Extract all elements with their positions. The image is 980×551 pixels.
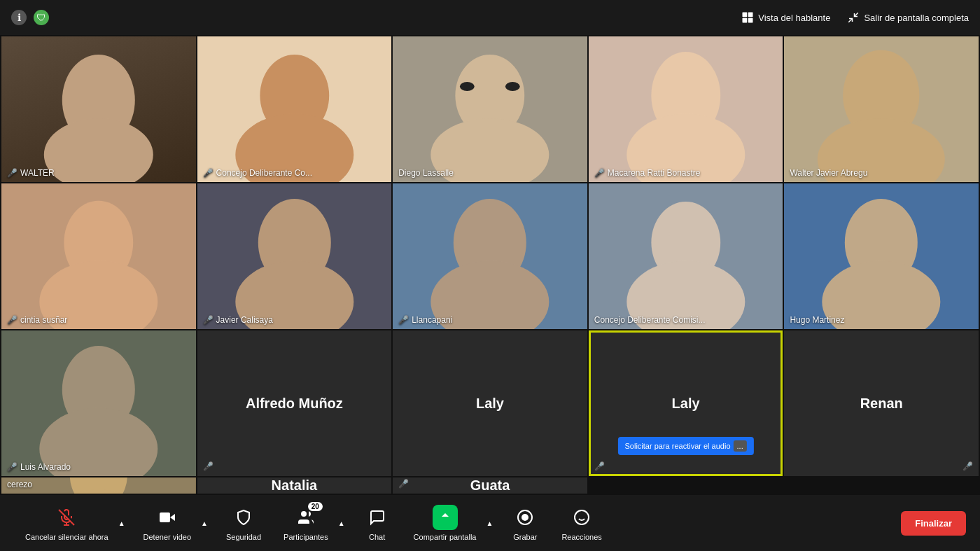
video-icon bbox=[159, 509, 176, 526]
name-javier: 🎤 Javier Calisaya bbox=[203, 315, 273, 325]
participants-icon-wrap: 20 bbox=[293, 505, 318, 530]
chat-icon bbox=[369, 509, 386, 526]
svg-line-5 bbox=[855, 13, 858, 16]
security-icon bbox=[235, 509, 252, 526]
tile-macarena[interactable]: 🎤 Macarena Ratti Bonastre bbox=[589, 36, 783, 182]
tile-cerezo[interactable]: cerezo bbox=[1, 477, 196, 494]
name-alfredo: Alfredo Muñoz bbox=[246, 396, 343, 412]
share-screen-icon bbox=[437, 509, 454, 526]
mic-icon-alfredo: 🎤 bbox=[203, 459, 214, 472]
share-screen-label: Compartir pantalla bbox=[414, 533, 477, 541]
share-screen-button[interactable]: Compartir pantalla bbox=[407, 505, 484, 541]
svg-line-4 bbox=[849, 19, 853, 22]
participants-group: 20 Participantes ▲ bbox=[276, 505, 348, 541]
chat-button[interactable]: Chat bbox=[356, 505, 398, 541]
speaker-view-button[interactable]: Vista del hablante bbox=[741, 11, 830, 24]
tile-renan[interactable]: Renan 🎤 bbox=[784, 330, 979, 476]
mic-icon-laly2: 🎤 bbox=[594, 459, 605, 472]
tile-wjavier[interactable]: Walter Javier Abregu bbox=[784, 36, 979, 182]
security-group: Seguridad bbox=[219, 505, 268, 541]
record-icon-wrap bbox=[512, 505, 538, 530]
exit-fullscreen-label: Salir de pantalla completa bbox=[864, 13, 969, 23]
tile-concejo2[interactable]: Concejo Deliberante Comisi... bbox=[589, 183, 783, 329]
tile-luis[interactable]: 🎤 Luis Alvarado bbox=[1, 330, 196, 476]
participants-icon bbox=[298, 509, 314, 526]
name-concejo2: Concejo Deliberante Comisi... bbox=[594, 315, 706, 325]
name-guata: Guata bbox=[470, 477, 510, 494]
exit-fullscreen-button[interactable]: Salir de pantalla completa bbox=[847, 11, 969, 24]
svg-rect-0 bbox=[743, 13, 748, 18]
name-laly1: Laly bbox=[476, 396, 504, 412]
name-hugo: Hugo Martinez bbox=[790, 315, 844, 325]
video-bg-diego bbox=[393, 36, 587, 182]
record-icon bbox=[517, 509, 533, 526]
tile-concejo[interactable]: 🎤 Concejo Deliberante Co... bbox=[197, 36, 392, 182]
mute-button[interactable]: Cancelar silenciar ahora bbox=[18, 505, 115, 541]
reactions-label: Reacciones bbox=[561, 533, 601, 541]
tile-javier[interactable]: 🎤 Javier Calisaya bbox=[197, 183, 392, 329]
svg-point-7 bbox=[44, 118, 153, 182]
svg-point-15 bbox=[505, 82, 520, 91]
video-group: Detener video ▲ bbox=[136, 505, 211, 541]
name-luis: 🎤 Luis Alvarado bbox=[7, 462, 71, 472]
tile-hugo[interactable]: Hugo Martinez bbox=[784, 183, 979, 329]
video-bg-hugo bbox=[784, 183, 979, 329]
tile-laly1[interactable]: Laly bbox=[393, 330, 587, 476]
name-concejo: 🎤 Concejo Deliberante Co... bbox=[203, 168, 312, 178]
video-icon-wrap bbox=[155, 505, 180, 530]
security-button[interactable]: Seguridad bbox=[219, 505, 268, 541]
mic-muted-javier: 🎤 bbox=[203, 315, 214, 325]
svg-rect-3 bbox=[748, 18, 753, 23]
video-chevron[interactable]: ▲ bbox=[198, 519, 211, 527]
mic-muted-walter: 🎤 bbox=[7, 168, 18, 178]
tile-llanca[interactable]: 🎤 Llancapani bbox=[393, 183, 587, 329]
mute-group: Cancelar silenciar ahora ▲ bbox=[18, 505, 128, 541]
tile-cintia[interactable]: 🎤 cintia susñar bbox=[1, 183, 196, 329]
name-diego: Diego Lassalle bbox=[398, 168, 454, 178]
mic-icon-guata: 🎤 bbox=[398, 477, 409, 489]
tile-alfredo[interactable]: Alfredo Muñoz 🎤 bbox=[197, 330, 392, 476]
mic-icon-renan: 🎤 bbox=[962, 459, 973, 472]
video-bg-walter bbox=[1, 36, 196, 182]
tile-walter[interactable]: 🎤 WALTER bbox=[1, 36, 196, 182]
chat-group: Chat bbox=[356, 505, 398, 541]
tile-laly2[interactable]: Laly Solicitar para reactivar el audio .… bbox=[589, 330, 783, 476]
video-bg-macarena bbox=[589, 36, 783, 182]
record-label: Grabar bbox=[513, 533, 537, 541]
mic-muted-cintia: 🎤 bbox=[7, 315, 18, 325]
mic-off-icon bbox=[58, 509, 75, 526]
mic-muted-concejo: 🎤 bbox=[203, 168, 214, 178]
top-bar: ℹ 🛡 Vista del hablante Salir de pantalla… bbox=[0, 0, 980, 35]
svg-marker-46 bbox=[170, 514, 175, 521]
shield-icon[interactable]: 🛡 bbox=[34, 10, 49, 25]
video-bg-concejo bbox=[197, 36, 392, 182]
mute-chevron[interactable]: ▲ bbox=[115, 519, 128, 527]
share-screen-chevron[interactable]: ▲ bbox=[483, 519, 496, 527]
video-bg-cintia bbox=[1, 183, 196, 329]
security-label: Seguridad bbox=[226, 533, 261, 541]
tile-natalia[interactable]: Natalia bbox=[197, 477, 392, 494]
toolbar: Cancelar silenciar ahora ▲ Detener video… bbox=[0, 495, 980, 551]
participants-label: Participantes bbox=[284, 533, 328, 541]
top-bar-right: Vista del hablante Salir de pantalla com… bbox=[741, 11, 969, 24]
video-button[interactable]: Detener video bbox=[136, 505, 199, 541]
record-group: Grabar bbox=[504, 505, 546, 541]
more-options-button[interactable]: ... bbox=[734, 440, 747, 452]
info-icon[interactable]: ℹ bbox=[11, 10, 27, 25]
video-bg-luis bbox=[1, 330, 196, 476]
record-button[interactable]: Grabar bbox=[504, 505, 546, 541]
video-label: Detener video bbox=[144, 533, 192, 541]
tile-diego[interactable]: Diego Lassalle bbox=[393, 36, 587, 182]
name-macarena: 🎤 Macarena Ratti Bonastre bbox=[594, 168, 701, 178]
request-audio-button[interactable]: Solicitar para reactivar el audio ... bbox=[617, 437, 753, 455]
participants-chevron[interactable]: ▲ bbox=[335, 519, 348, 527]
participants-count: 20 bbox=[308, 502, 323, 511]
mic-muted-llanca: 🎤 bbox=[398, 315, 409, 325]
end-button[interactable]: Finalizar bbox=[901, 511, 966, 536]
participants-button[interactable]: 20 Participantes bbox=[276, 505, 335, 541]
tile-guata[interactable]: Guata 🎤 bbox=[393, 477, 587, 494]
reactions-icon-wrap bbox=[569, 505, 594, 530]
svg-point-51 bbox=[522, 515, 528, 520]
reactions-button[interactable]: Reacciones bbox=[554, 505, 608, 541]
svg-point-48 bbox=[301, 511, 307, 517]
